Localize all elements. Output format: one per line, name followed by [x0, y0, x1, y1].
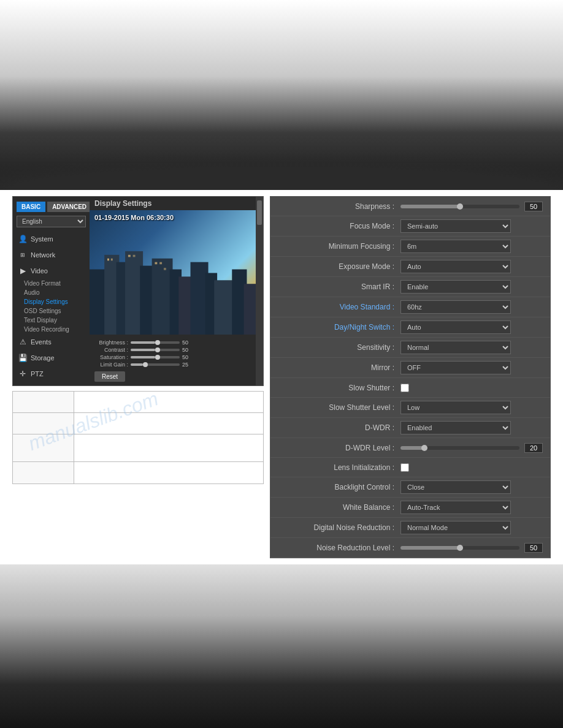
nav-item-video[interactable]: ▶ Video [13, 263, 90, 279]
table-row-0 [13, 392, 263, 413]
dwdr-select[interactable]: EnabledDisabled [400, 421, 511, 434]
minfocus-select[interactable]: 6m1.5m3m10m [400, 240, 511, 253]
nav-label-events: Events [31, 338, 52, 346]
svg-rect-14 [111, 259, 113, 261]
smartir-label: Smart IR : [278, 282, 400, 291]
dwdrlevel-control: 20 [400, 443, 543, 453]
table-cell-2-1 [74, 434, 263, 461]
language-select[interactable]: English [17, 216, 86, 227]
slowshutterlevel-control: LowMediumHigh [400, 401, 543, 414]
backlight-control: CloseBLCWDRHLC [400, 480, 543, 494]
mirror-label: Mirror : [278, 363, 400, 372]
sharpness-slider: 50 [400, 202, 543, 211]
settings-row-slowshutter: Slow Shutter : [270, 378, 550, 398]
focus-label: Focus Mode : [278, 222, 400, 230]
sub-item-text-display[interactable]: Text Display [19, 316, 90, 325]
smartir-select[interactable]: EnableDisable [400, 280, 511, 294]
table-container: manualslib.com [12, 391, 264, 484]
slowshutter-checkbox[interactable] [400, 384, 409, 392]
dwdrlevel-slider: 20 [400, 443, 543, 453]
table-cell-0-1 [74, 392, 263, 412]
slowshutterlevel-select[interactable]: LowMediumHigh [400, 401, 511, 414]
nav-items: 👤 System ⊞ Network ▶ Video Video Format … [13, 231, 90, 382]
smartir-control: EnableDisable [400, 280, 543, 294]
nav-item-network[interactable]: ⊞ Network [13, 247, 90, 263]
tab-basic[interactable]: BASIC [17, 202, 45, 212]
settings-row-nrlevel: Noise Reduction Level : 50 [270, 538, 550, 558]
focus-control: Semi-autoAutoManual [400, 219, 543, 233]
dnr-control: Normal ModeExpert ModeOff [400, 521, 543, 534]
nav-item-events[interactable]: ⚠ Events [13, 334, 90, 350]
ptz-icon: ✛ [18, 369, 28, 379]
sub-item-display-settings[interactable]: Display Settings [19, 297, 90, 306]
svg-rect-17 [155, 262, 157, 265]
nav-item-system[interactable]: 👤 System [13, 231, 90, 247]
nrlevel-track[interactable] [400, 546, 519, 550]
dwdrlevel-track[interactable] [400, 446, 519, 450]
exposure-label: Exposure Mode : [278, 262, 400, 271]
dwdr-control: EnabledDisabled [400, 421, 543, 434]
scroll-thumb[interactable] [257, 200, 262, 225]
sub-item-audio[interactable]: Audio [19, 288, 90, 297]
daynight-select[interactable]: AutoDayNight [400, 320, 511, 334]
limitgain-value: 25 [182, 362, 196, 368]
right-panel: Sharpness : 50 Focus Mode : Semi-autoAut… [270, 196, 551, 558]
table-row-2 [13, 434, 263, 462]
main-content: BASIC ADVANCED English 👤 System ⊞ Networ… [0, 190, 563, 564]
nav-label-storage: Storage [31, 354, 55, 362]
backlight-label: Backlight Control : [278, 483, 400, 491]
camera-ui: BASIC ADVANCED English 👤 System ⊞ Networ… [12, 196, 264, 386]
contrast-track[interactable] [131, 349, 180, 351]
scroll-indicator [256, 197, 263, 385]
limitgain-label: Limit Gain : [94, 362, 128, 368]
backlight-select[interactable]: CloseBLCWDRHLC [400, 480, 511, 494]
svg-rect-10 [214, 280, 235, 335]
mirror-control: OFFON [400, 361, 543, 374]
banner-curve [0, 153, 563, 190]
lensinit-label: Lens Initialization : [278, 463, 400, 472]
daynight-control: AutoDayNight [400, 320, 543, 334]
table-cell-3-0 [13, 462, 74, 483]
slowshutter-control [400, 384, 543, 392]
brightness-value: 50 [182, 339, 196, 346]
sensitivity-control: NormalHighLow [400, 341, 543, 354]
brightness-track[interactable] [131, 341, 180, 344]
settings-row-exposure: Exposure Mode : AutoManual [270, 257, 550, 277]
sub-item-osd-settings[interactable]: OSD Settings [19, 306, 90, 316]
tab-advanced[interactable]: ADVANCED [47, 202, 91, 212]
focus-select[interactable]: Semi-autoAutoManual [400, 219, 511, 233]
sharpness-track[interactable] [400, 205, 519, 208]
settings-row-videostandard: Video Standard : 60hz50hz [270, 297, 550, 317]
svg-rect-19 [164, 268, 166, 270]
lensinit-checkbox[interactable] [400, 463, 409, 472]
nav-label-video: Video [31, 267, 48, 275]
limitgain-track[interactable] [131, 363, 180, 366]
nav-label-network: Network [31, 251, 55, 259]
nav-item-ptz[interactable]: ✛ PTZ [13, 366, 90, 382]
top-banner [0, 0, 563, 190]
reset-button[interactable]: Reset [94, 371, 125, 382]
sub-item-video-recording[interactable]: Video Recording [19, 325, 90, 334]
sub-item-video-format[interactable]: Video Format [19, 279, 90, 288]
dnr-select[interactable]: Normal ModeExpert ModeOff [400, 521, 511, 534]
table-cell-1-0 [13, 413, 74, 434]
whitebalance-select[interactable]: Auto-TrackManualIndoorOutdoor [400, 501, 511, 514]
dwdrlevel-label: D-WDR Level : [278, 444, 400, 452]
sensitivity-select[interactable]: NormalHighLow [400, 341, 511, 354]
exposure-select[interactable]: AutoManual [400, 260, 511, 273]
settings-row-minfocus: Minimum Focusing : 6m1.5m3m10m [270, 237, 550, 257]
settings-row-dwdr: D-WDR : EnabledDisabled [270, 418, 550, 438]
nrlevel-control: 50 [400, 543, 543, 553]
sidebar: BASIC ADVANCED English 👤 System ⊞ Networ… [13, 197, 90, 385]
settings-row-focus: Focus Mode : Semi-autoAutoManual [270, 216, 550, 237]
settings-row-dnr: Digital Noise Reduction : Normal ModeExp… [270, 518, 550, 538]
sensitivity-label: Sensitivity : [278, 343, 400, 352]
mirror-select[interactable]: OFFON [400, 361, 511, 374]
whitebalance-control: Auto-TrackManualIndoorOutdoor [400, 501, 543, 514]
lensinit-control [400, 463, 543, 472]
saturation-track[interactable] [131, 356, 180, 358]
slowshutterlevel-label: Slow Shutter Level : [278, 403, 400, 412]
videostandard-select[interactable]: 60hz50hz [400, 300, 511, 314]
nav-item-storage[interactable]: 💾 Storage [13, 350, 90, 366]
svg-rect-16 [133, 255, 136, 257]
